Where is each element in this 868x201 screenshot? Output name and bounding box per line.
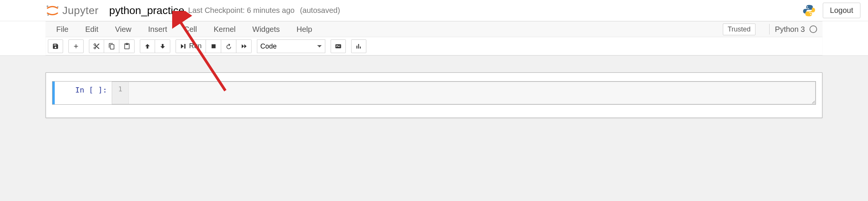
copy-icon bbox=[108, 43, 115, 50]
line-number: 1 bbox=[112, 82, 129, 104]
autosave-status: (autosaved) bbox=[300, 6, 340, 15]
cut-button[interactable] bbox=[89, 39, 104, 53]
move-cell-down-button[interactable] bbox=[155, 39, 170, 53]
svg-point-0 bbox=[47, 5, 49, 7]
jupyter-logo[interactable]: Jupyter bbox=[46, 5, 98, 17]
cell-input-prompt: In [ ]: bbox=[55, 82, 112, 104]
kernel-name: Python 3 bbox=[775, 25, 805, 34]
notebook-work-area: In [ ]: 1 bbox=[0, 55, 868, 201]
move-cell-up-button[interactable] bbox=[140, 39, 155, 53]
interrupt-kernel-button[interactable] bbox=[206, 39, 221, 53]
arrow-up-icon bbox=[144, 43, 151, 50]
trusted-indicator[interactable]: Trusted bbox=[723, 24, 756, 35]
restart-run-all-button[interactable] bbox=[236, 39, 252, 53]
restart-icon bbox=[225, 43, 232, 50]
cell-input-area[interactable]: 1 bbox=[112, 82, 816, 104]
paste-icon bbox=[124, 43, 130, 50]
cell-type-select[interactable]: Code bbox=[257, 39, 325, 53]
paste-button[interactable] bbox=[119, 39, 135, 53]
insert-cell-button[interactable] bbox=[68, 39, 84, 53]
arrow-down-icon bbox=[159, 43, 166, 50]
cut-icon bbox=[93, 43, 100, 50]
save-button[interactable] bbox=[48, 39, 63, 53]
menu-file[interactable]: File bbox=[48, 22, 77, 37]
run-cell-button[interactable]: Run bbox=[176, 39, 206, 53]
notebook-header: Jupyter python_practice Last Checkpoint:… bbox=[0, 0, 868, 21]
code-cell[interactable]: In [ ]: 1 bbox=[52, 81, 816, 105]
kernel-idle-icon bbox=[809, 25, 817, 33]
plus-icon bbox=[73, 43, 79, 50]
checkpoint-status: Last Checkpoint: 6 minutes ago bbox=[188, 6, 295, 15]
copy-button[interactable] bbox=[104, 39, 119, 53]
kernel-indicator[interactable]: Python 3 bbox=[769, 24, 817, 35]
logout-button[interactable]: Logout bbox=[823, 3, 860, 18]
menu-cell[interactable]: Cell bbox=[176, 22, 205, 37]
fast-forward-icon bbox=[241, 43, 247, 50]
notebook-container: In [ ]: 1 bbox=[46, 72, 822, 118]
svg-point-1 bbox=[57, 6, 59, 8]
menubar: File Edit View Insert Cell Kernel Widget… bbox=[46, 21, 822, 37]
bar-chart-icon bbox=[355, 43, 362, 50]
run-label: Run bbox=[189, 42, 201, 50]
toolbar: Run Code bbox=[46, 37, 822, 55]
keyboard-icon bbox=[335, 43, 342, 50]
notebook-name[interactable]: python_practice bbox=[109, 5, 184, 17]
menu-insert[interactable]: Insert bbox=[140, 22, 176, 37]
restart-kernel-button[interactable] bbox=[221, 39, 236, 53]
stop-icon bbox=[210, 43, 217, 50]
svg-point-2 bbox=[48, 14, 49, 16]
chart-button[interactable] bbox=[351, 39, 366, 53]
menu-view[interactable]: View bbox=[107, 22, 140, 37]
step-forward-icon bbox=[180, 43, 187, 50]
command-palette-button[interactable] bbox=[331, 39, 346, 53]
code-editor[interactable] bbox=[129, 82, 815, 104]
python-icon bbox=[802, 4, 816, 17]
menu-widgets[interactable]: Widgets bbox=[244, 22, 288, 37]
jupyter-logo-icon bbox=[46, 5, 59, 16]
menu-edit[interactable]: Edit bbox=[77, 22, 106, 37]
jupyter-logo-text: Jupyter bbox=[62, 5, 98, 17]
menu-kernel[interactable]: Kernel bbox=[205, 22, 244, 37]
save-icon bbox=[52, 43, 59, 50]
svg-rect-3 bbox=[211, 44, 215, 48]
menu-help[interactable]: Help bbox=[288, 22, 320, 37]
